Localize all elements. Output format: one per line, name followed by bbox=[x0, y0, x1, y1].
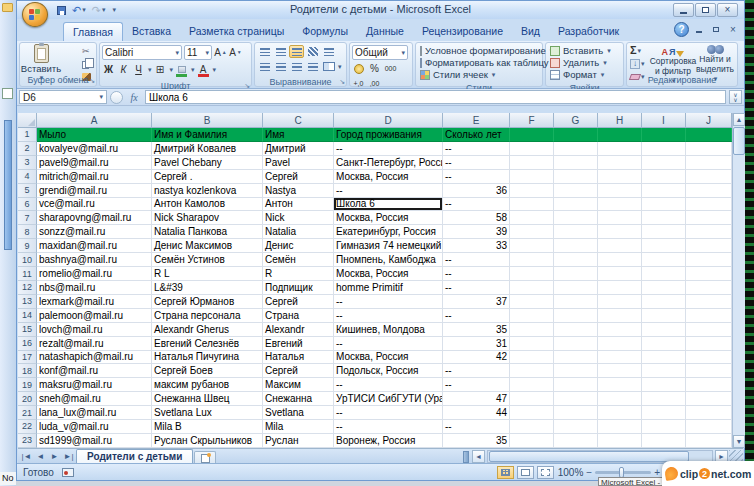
cell-G23[interactable] bbox=[554, 434, 598, 448]
cell-E8[interactable]: 39 bbox=[443, 225, 510, 239]
cell-C23[interactable]: Руслан bbox=[263, 434, 334, 448]
percent-style-button[interactable]: % bbox=[368, 62, 381, 75]
formula-bar-collapse-button[interactable]: ∨∨ bbox=[729, 90, 742, 104]
copy-button[interactable] bbox=[82, 59, 91, 69]
zoom-slider-handle[interactable] bbox=[619, 467, 624, 478]
column-header-D[interactable]: D bbox=[334, 113, 443, 128]
row-header-4[interactable]: 4 bbox=[18, 170, 37, 184]
cell-G8[interactable] bbox=[554, 225, 598, 239]
row-header-6[interactable]: 6 bbox=[18, 198, 37, 212]
merge-center-button[interactable] bbox=[321, 60, 336, 73]
row-header-16[interactable]: 16 bbox=[18, 337, 37, 351]
first-sheet-button[interactable]: |◄ bbox=[20, 452, 33, 461]
column-header-A[interactable]: A bbox=[37, 113, 152, 128]
cell-E15[interactable]: 35 bbox=[443, 323, 510, 337]
cell-C5[interactable]: Nastya bbox=[263, 184, 334, 198]
cell-E14[interactable]: -- bbox=[443, 309, 510, 323]
cell-C2[interactable]: Дмитрий bbox=[263, 142, 334, 156]
cell-E23[interactable]: 35 bbox=[443, 434, 510, 448]
cell-I16[interactable] bbox=[642, 337, 686, 351]
dialog-launcher-icon[interactable]: ↘ bbox=[339, 77, 345, 87]
ribbon-tab-0[interactable]: Главная bbox=[63, 22, 123, 41]
cell-F9[interactable] bbox=[510, 239, 554, 253]
align-center-button[interactable] bbox=[273, 60, 288, 73]
undo-button[interactable]: ↶▾ bbox=[70, 3, 88, 17]
cell-I17[interactable] bbox=[642, 351, 686, 365]
cell-G9[interactable] bbox=[554, 239, 598, 253]
row-header-10[interactable]: 10 bbox=[18, 253, 37, 267]
cell-D2[interactable]: -- bbox=[334, 142, 443, 156]
cell-B22[interactable]: Mila B bbox=[152, 420, 263, 434]
cell-B23[interactable]: Руслан Скрыльников bbox=[152, 434, 263, 448]
cell-H1[interactable] bbox=[598, 128, 642, 142]
cell-A3[interactable]: pavel9@mail.ru bbox=[37, 156, 152, 170]
cell-B13[interactable]: Сергей Юрманов bbox=[152, 295, 263, 309]
cell-F21[interactable] bbox=[510, 406, 554, 420]
cell-G16[interactable] bbox=[554, 337, 598, 351]
cell-B10[interactable]: Семён Устинов bbox=[152, 253, 263, 267]
font-name-select[interactable]: Calibri▾ bbox=[102, 45, 182, 60]
cell-F19[interactable] bbox=[510, 378, 554, 392]
cell-I14[interactable] bbox=[642, 309, 686, 323]
cell-J15[interactable] bbox=[686, 323, 732, 337]
cell-G18[interactable] bbox=[554, 364, 598, 378]
cell-J10[interactable] bbox=[686, 253, 732, 267]
cell-A11[interactable]: romelio@mail.ru bbox=[37, 267, 152, 281]
cell-J18[interactable] bbox=[686, 364, 732, 378]
cell-C12[interactable]: Подпищик bbox=[263, 281, 334, 295]
cell-I8[interactable] bbox=[642, 225, 686, 239]
cell-H12[interactable] bbox=[598, 281, 642, 295]
cell-F22[interactable] bbox=[510, 420, 554, 434]
workbook-restore-button[interactable] bbox=[709, 24, 723, 36]
macro-record-icon[interactable] bbox=[62, 468, 74, 477]
cell-E7[interactable]: 58 bbox=[443, 211, 510, 225]
scroll-left-icon[interactable]: ◄ bbox=[472, 450, 485, 463]
ribbon-tab-3[interactable]: Формулы bbox=[293, 22, 357, 41]
cell-E3[interactable]: -- bbox=[443, 156, 510, 170]
cell-E22[interactable]: -- bbox=[443, 420, 510, 434]
cell-H21[interactable] bbox=[598, 406, 642, 420]
row-header-8[interactable]: 8 bbox=[18, 225, 37, 239]
cell-G20[interactable] bbox=[554, 392, 598, 406]
cell-E18[interactable]: -- bbox=[443, 364, 510, 378]
name-box[interactable]: D6▾ bbox=[19, 90, 107, 104]
cell-E19[interactable]: -- bbox=[443, 378, 510, 392]
column-header-C[interactable]: C bbox=[263, 113, 334, 128]
cell-B14[interactable]: Страна персонала bbox=[152, 309, 263, 323]
cell-D8[interactable]: Екатеринбург, Россия bbox=[334, 225, 443, 239]
name-box-split-button[interactable] bbox=[110, 91, 123, 104]
cell-I19[interactable] bbox=[642, 378, 686, 392]
row-header-5[interactable]: 5 bbox=[18, 184, 37, 198]
cell-J1[interactable] bbox=[686, 128, 732, 142]
cell-B11[interactable]: R L bbox=[152, 267, 263, 281]
cell-C21[interactable]: Svetlana bbox=[263, 406, 334, 420]
cell-A16[interactable]: rezalt@mail.ru bbox=[37, 337, 152, 351]
cell-E10[interactable]: -- bbox=[443, 253, 510, 267]
ribbon-tab-6[interactable]: Вид bbox=[512, 22, 549, 41]
cell-D16[interactable]: -- bbox=[334, 337, 443, 351]
cell-E13[interactable]: 37 bbox=[443, 295, 510, 309]
cell-B16[interactable]: Евгений Селезнёв bbox=[152, 337, 263, 351]
cell-D11[interactable]: Москва, Россия bbox=[334, 267, 443, 281]
cell-H18[interactable] bbox=[598, 364, 642, 378]
cell-B19[interactable]: максим рубанов bbox=[152, 378, 263, 392]
cell-F13[interactable] bbox=[510, 295, 554, 309]
cell-H19[interactable] bbox=[598, 378, 642, 392]
cell-E17[interactable]: 42 bbox=[443, 351, 510, 365]
cell-H11[interactable] bbox=[598, 267, 642, 281]
cell-A17[interactable]: natashapich@mail.ru bbox=[37, 351, 152, 365]
row-header-15[interactable]: 15 bbox=[18, 323, 37, 337]
last-sheet-button[interactable]: ►| bbox=[62, 452, 75, 461]
orientation-button[interactable] bbox=[305, 45, 320, 58]
cell-H9[interactable] bbox=[598, 239, 642, 253]
cell-F3[interactable] bbox=[510, 156, 554, 170]
cell-C16[interactable]: Евгений bbox=[263, 337, 334, 351]
zoom-out-button[interactable]: − bbox=[586, 467, 592, 478]
column-header-F[interactable]: F bbox=[510, 113, 554, 128]
row-header-23[interactable]: 23 bbox=[18, 434, 37, 448]
cell-D14[interactable]: -- bbox=[334, 309, 443, 323]
cell-I15[interactable] bbox=[642, 323, 686, 337]
cell-A14[interactable]: palemoon@mail.ru bbox=[37, 309, 152, 323]
cell-G12[interactable] bbox=[554, 281, 598, 295]
row-header-17[interactable]: 17 bbox=[18, 351, 37, 365]
